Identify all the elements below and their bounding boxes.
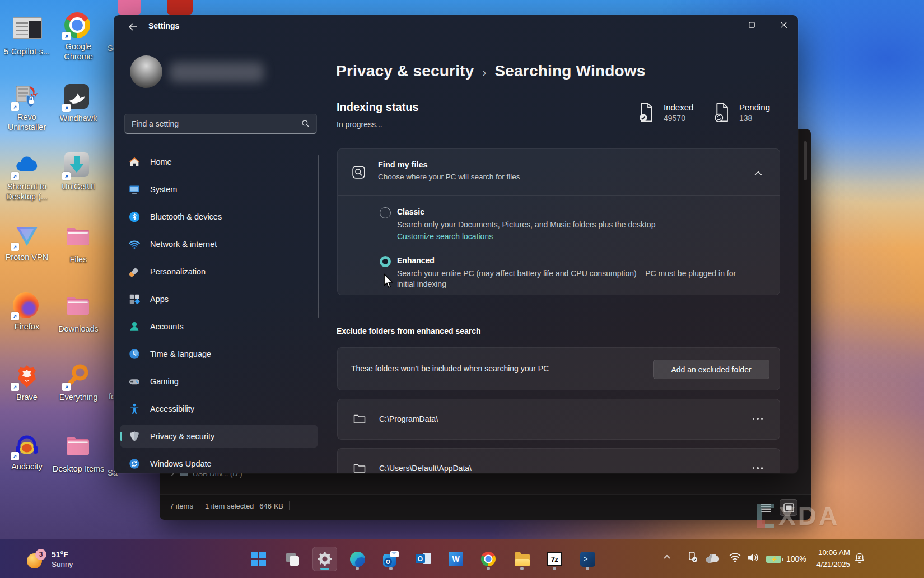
taskbar-7zip-button[interactable]: 7z bbox=[542, 547, 567, 571]
back-arrow-icon bbox=[128, 23, 138, 31]
outlook-classic-icon: O bbox=[416, 552, 431, 566]
audacity-icon bbox=[13, 432, 41, 459]
clock[interactable]: 10:06 AM 4/21/2025 bbox=[808, 547, 850, 571]
desktop-icon-everything[interactable]: Everything bbox=[52, 363, 105, 403]
maximize-button[interactable] bbox=[739, 15, 764, 34]
screenshot-file-icon bbox=[13, 17, 41, 44]
shortcut-arrow-icon bbox=[62, 32, 71, 40]
excluded-folder-path: C:\Users\Default\AppData\ bbox=[379, 464, 472, 473]
taskbar-settings-button[interactable] bbox=[312, 547, 337, 571]
desktop-icon-files-folder[interactable]: Files bbox=[52, 223, 105, 265]
breadcrumb-parent[interactable]: Privacy & security bbox=[336, 62, 474, 80]
desktop-icon-desktop-items-folder[interactable]: Desktop Items bbox=[52, 432, 105, 474]
windows-update-icon bbox=[128, 458, 141, 470]
desktop-icon-brave[interactable]: Brave bbox=[0, 363, 54, 403]
status-divider bbox=[199, 501, 199, 510]
unigetui-icon bbox=[64, 152, 92, 179]
weather-widget[interactable]: 3 51°F Sunny bbox=[22, 543, 119, 575]
sidebar-item-accessibility[interactable]: Accessibility bbox=[120, 398, 318, 420]
desktop-icon-audacity[interactable]: Audacity bbox=[0, 432, 54, 472]
more-options-button[interactable] bbox=[753, 467, 763, 469]
sidebar-item-label: Accounts bbox=[150, 322, 184, 331]
everything-search-icon bbox=[64, 363, 92, 390]
safely-remove-hardware-button[interactable] bbox=[687, 551, 698, 563]
notifications-button[interactable] bbox=[853, 552, 866, 564]
notification-badge: 3 bbox=[35, 549, 46, 560]
sidebar-item-windows-update[interactable]: Windows Update bbox=[120, 453, 318, 473]
sidebar-scrollbar[interactable] bbox=[318, 155, 319, 318]
search-input[interactable]: Find a setting bbox=[124, 114, 317, 134]
page-title: Searching Windows bbox=[494, 62, 645, 80]
taskbar-word-button[interactable]: W bbox=[444, 547, 468, 571]
system-icon bbox=[128, 183, 141, 195]
gear-icon bbox=[317, 551, 333, 567]
search-placeholder: Find a setting bbox=[132, 119, 301, 128]
customize-search-locations-link[interactable]: Customize search locations bbox=[397, 232, 493, 241]
tray-chevron-button[interactable] bbox=[663, 554, 671, 560]
taskbar-file-explorer-button[interactable] bbox=[510, 547, 534, 571]
enhanced-radio[interactable] bbox=[380, 256, 391, 267]
taskbar-outlook-classic-button[interactable]: O bbox=[411, 547, 436, 571]
xda-logo-icon bbox=[757, 504, 774, 528]
sidebar-item-label: Bluetooth & devices bbox=[150, 212, 222, 221]
volume-tray-button[interactable] bbox=[747, 552, 759, 563]
sidebar-item-time-language[interactable]: Time & language bbox=[120, 343, 318, 365]
file-explorer-icon bbox=[515, 554, 530, 566]
desktop-icon-google-chrome[interactable]: Google Chrome bbox=[52, 12, 105, 62]
revo-uninstaller-icon bbox=[13, 83, 41, 110]
desktop-icon-onedrive-shortcut[interactable]: Shortcut to Desktop (... bbox=[0, 152, 54, 202]
desktop-icon-downloads-folder[interactable]: Downloads bbox=[52, 292, 105, 334]
card-divider bbox=[338, 195, 780, 196]
sidebar-item-home[interactable]: Home bbox=[120, 151, 318, 173]
clock-globe-icon bbox=[128, 348, 141, 360]
sidebar-item-system[interactable]: System bbox=[120, 178, 318, 201]
start-button[interactable] bbox=[246, 547, 271, 571]
indexed-label: Indexed bbox=[664, 102, 693, 112]
wifi-tray-button[interactable] bbox=[729, 552, 741, 563]
desktop-icon-firefox[interactable]: Firefox bbox=[0, 292, 54, 332]
sidebar-item-apps[interactable]: Apps bbox=[120, 288, 318, 310]
chrome-icon bbox=[64, 12, 92, 39]
desktop-icon-proton-vpn[interactable]: Proton VPN bbox=[0, 223, 54, 263]
excluded-folder-row: C:\Users\Default\AppData\ bbox=[337, 448, 780, 473]
sidebar-item-label: System bbox=[150, 185, 177, 194]
sidebar-item-accounts[interactable]: Accounts bbox=[120, 315, 318, 338]
battery-tray-button[interactable]: ⚡ bbox=[766, 556, 781, 563]
explorer-selection-count: 1 item selected bbox=[205, 502, 254, 510]
more-options-button[interactable] bbox=[753, 418, 763, 420]
desktop-icon-revo-uninstaller[interactable]: Revo Uninstaller bbox=[0, 83, 54, 132]
exclude-section-heading: Exclude folders from enhanced search bbox=[337, 327, 481, 335]
desktop-icon-unigetui[interactable]: UniGetUI bbox=[52, 152, 105, 192]
add-excluded-folder-button[interactable]: Add an excluded folder bbox=[653, 360, 769, 379]
classic-radio[interactable] bbox=[380, 207, 391, 218]
sidebar-item-privacy-security[interactable]: Privacy & security bbox=[120, 425, 318, 448]
clock-time: 10:06 AM bbox=[808, 547, 850, 559]
desktop-icon-partial[interactable] bbox=[118, 0, 141, 15]
sidebar-item-bluetooth-devices[interactable]: Bluetooth & devices bbox=[120, 206, 318, 228]
sidebar-item-gaming[interactable]: Gaming bbox=[120, 370, 318, 393]
taskbar-chrome-button[interactable] bbox=[476, 547, 501, 571]
minimize-button[interactable] bbox=[707, 15, 732, 34]
desktop-icon-partial[interactable] bbox=[167, 0, 193, 15]
chrome-icon bbox=[481, 552, 496, 566]
sidebar-item-network-internet[interactable]: Network & internet bbox=[120, 233, 318, 255]
edge-icon bbox=[350, 552, 365, 567]
maximize-icon bbox=[749, 22, 755, 28]
shortcut-arrow-icon bbox=[11, 383, 19, 391]
close-button[interactable] bbox=[771, 15, 796, 34]
explorer-scrollbar[interactable] bbox=[804, 141, 807, 180]
close-icon bbox=[781, 22, 787, 28]
user-avatar[interactable] bbox=[130, 55, 162, 88]
desktop-icon-copilot-screenshot[interactable]: 5-Copilot-s... bbox=[0, 15, 54, 57]
firefox-icon bbox=[13, 292, 41, 319]
sidebar-item-personalization[interactable]: Personalization bbox=[120, 260, 318, 283]
desktop-icon-windhawk[interactable]: Windhawk bbox=[52, 83, 105, 124]
collapse-button[interactable] bbox=[750, 167, 766, 179]
task-view-button[interactable] bbox=[280, 547, 305, 571]
onedrive-tray-button[interactable] bbox=[706, 554, 720, 563]
back-button[interactable] bbox=[123, 18, 143, 35]
taskbar-edge-button[interactable] bbox=[345, 547, 370, 571]
taskbar-outlook-new-button[interactable]: O bbox=[379, 547, 403, 571]
find-my-files-header[interactable]: Find my files Choose where your PC will … bbox=[338, 149, 780, 195]
taskbar-powershell-button[interactable]: >_ bbox=[575, 547, 600, 571]
